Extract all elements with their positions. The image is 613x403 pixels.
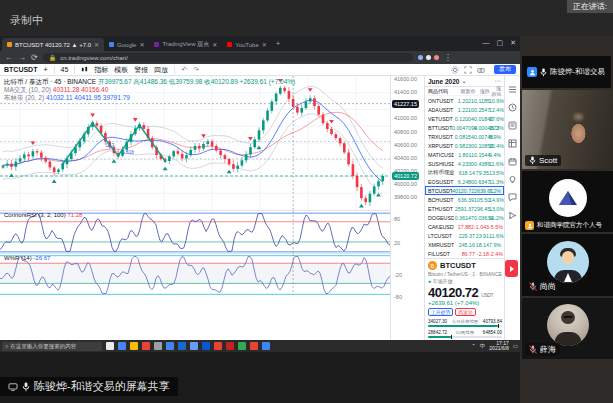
watchlist-row[interactable]: ONTUSDT1.20210.118510.9% — [425, 96, 504, 105]
tab-close-icon[interactable]: ✕ — [94, 41, 99, 48]
detail-pill: 高波动 — [455, 308, 475, 316]
price-axis[interactable]: 41600.0041400.0041200.0041000.0040800.00… — [390, 76, 424, 359]
reload-icon[interactable]: ⟳ — [31, 54, 38, 62]
browser-menu-icon[interactable]: ⋮ — [444, 54, 452, 62]
taskbar-search-input[interactable]: ○ 在这里输入你要搜索的内容 — [2, 342, 102, 351]
watchlist-row[interactable]: LTCUSDT229.3723.9111.6% — [425, 231, 504, 240]
interval-button[interactable]: 45 — [61, 66, 69, 73]
legend-ma-name[interactable]: MA交叉 (10, 20) — [4, 86, 51, 93]
watchlist-row[interactable]: XMRUSDT245.1618.147.9% — [425, 240, 504, 249]
redo-button[interactable]: ↷ — [193, 66, 199, 74]
taskbar-app-icon[interactable] — [214, 342, 222, 350]
osc1-legend: ConnorsRSI (3, 2, 100) 71.28 — [4, 212, 82, 218]
taskbar-app-icon[interactable] — [130, 342, 138, 350]
details-symbol[interactable]: BTCUSDT — [440, 261, 476, 270]
watchlist-menu-icon[interactable]: ⋯ — [495, 77, 502, 85]
live-stream-badge[interactable] — [505, 260, 518, 277]
taskbar-app-icon[interactable] — [154, 342, 162, 350]
watchlist-row[interactable]: 比特币现金618.1479.3513.5% — [425, 168, 504, 177]
windows-taskbar: ○ 在这里输入你要搜索的内容 ⌃ 中 17:17 2021/6/8 ▭ — [0, 340, 520, 352]
taskbar-app-icon[interactable] — [118, 342, 126, 350]
participant-tile-shangshang[interactable]: 尚尚 — [522, 234, 613, 296]
browser-tab[interactable]: BTCUSDT 40120.72 ▲ +7.0✕ — [2, 38, 104, 51]
participant-tile-xuehai[interactable]: 薛海 — [522, 298, 613, 359]
oscillator-pane-1[interactable]: ConnorsRSI (3, 2, 100) 71.28 — [0, 210, 390, 253]
watchlist-row[interactable]: BCHUSDT636.39105.5014.9% — [425, 195, 504, 204]
legend-symbol[interactable]: 比特币 / 泰达币 · 45 · BINANCE — [4, 78, 96, 85]
speaking-indicator: 正在讲话: — [567, 0, 613, 13]
watchlist-row[interactable]: BTTUSDT0.00470940.000487211.3% — [425, 123, 504, 132]
watchlist-row[interactable]: CAKEUSDT17.882-1.043-5.5% — [425, 222, 504, 231]
indicators-button[interactable]: 指标 — [94, 65, 108, 75]
browser-tab[interactable]: YouTube✕ — [222, 38, 272, 51]
tab-close-icon[interactable]: ✕ — [212, 41, 217, 48]
taskbar-tray: ⌃ 中 17:17 2021/6/8 ▭ — [471, 341, 518, 352]
news-icon[interactable] — [508, 116, 517, 125]
watchlist-row[interactable]: XRPUSDT0.982300.1085812.4% — [425, 141, 504, 150]
watchlist-icon[interactable] — [508, 80, 517, 89]
window-controls[interactable]: —▢✕ — [483, 39, 517, 47]
taskbar-app-icon[interactable] — [190, 342, 198, 350]
taskbar-app-icon[interactable] — [238, 342, 246, 350]
taskbar-app-icon[interactable] — [106, 342, 114, 350]
data-window-icon[interactable] — [508, 134, 517, 143]
symbol-button[interactable]: BTCUSDT — [4, 66, 37, 73]
settings-gear-icon[interactable] — [451, 66, 459, 74]
taskbar-app-icon[interactable] — [178, 342, 186, 350]
new-tab-button[interactable]: + — [276, 39, 281, 48]
tab-close-icon[interactable]: ✕ — [262, 41, 267, 48]
alert-button[interactable]: 警报 — [134, 65, 148, 75]
market-status: ● 市场开放 — [428, 278, 502, 284]
tab-close-icon[interactable]: ✕ — [139, 41, 144, 48]
legend-bb-name[interactable]: 布林带 (20, 2) — [4, 94, 44, 101]
compare-button[interactable]: + — [43, 66, 47, 73]
taskbar-app-icon[interactable] — [142, 342, 150, 350]
taskbar-app-icon[interactable] — [226, 342, 234, 350]
watchlist-row[interactable]: SUSHIUSDT4.23300.438611.6% — [425, 159, 504, 168]
camera-snapshot-icon[interactable] — [477, 66, 485, 74]
language-indicator[interactable]: 中 — [480, 343, 486, 350]
chat-icon[interactable] — [508, 188, 517, 197]
watchlist-row[interactable]: EOSUSDT6.24800.634711.3% — [425, 177, 504, 186]
taskbar-app-icon[interactable] — [202, 342, 210, 350]
alerts-clock-icon[interactable] — [508, 98, 517, 107]
watchlist-row[interactable]: DOGEUSDT0.361470.0363411.2% — [425, 213, 504, 222]
replay-button[interactable]: 回放 — [154, 65, 168, 75]
notification-icon[interactable]: ▭ — [513, 343, 518, 349]
taskbar-app-icon[interactable] — [262, 342, 270, 350]
forward-icon[interactable]: → — [18, 54, 26, 62]
watchlist-row[interactable]: TRXUSDT0.081540.007468.9% — [425, 132, 504, 141]
watchlist-row[interactable]: MATICUSDT1.80110.15449.4% — [425, 150, 504, 159]
divider — [74, 66, 75, 74]
calendar-icon[interactable] — [508, 152, 517, 161]
last-price-tag: 40120.72 — [392, 172, 419, 180]
mic-muted-icon — [529, 282, 537, 291]
browser-tab[interactable]: Google✕ — [104, 38, 149, 51]
tray-chevron-icon[interactable]: ⌃ — [471, 343, 476, 349]
taskbar-clock[interactable]: 17:17 2021/6/8 — [489, 341, 508, 352]
main-chart-pane[interactable]: 比特币 / 泰达币 · 45 · BINANCE 开39975.67 高4148… — [0, 76, 390, 210]
chart-type-icon[interactable] — [81, 66, 88, 73]
undo-button[interactable]: ↶ — [181, 66, 187, 74]
back-icon[interactable]: ← — [5, 54, 13, 62]
ideas-icon[interactable] — [508, 170, 517, 179]
participant-tile-chen[interactable]: 陈骏烨-和谐交易 — [522, 56, 611, 88]
url-field[interactable]: 🔒 cn.tradingview.com/chart/ — [43, 53, 413, 62]
watchlist-row[interactable]: BTCUSDT40120.722639.617.2% — [425, 186, 504, 195]
watchlist-row[interactable]: FILUSDT86.77-2.18-2.4% — [425, 249, 504, 258]
participant-tile-scott[interactable]: Scott — [522, 90, 613, 169]
watchlist-row[interactable]: ADAUSDT1.22100.254712.4% — [425, 105, 504, 114]
publish-button[interactable]: 发布 — [494, 65, 516, 74]
watchlist-row[interactable]: VETUSDT0.120040.0184617.6% — [425, 114, 504, 123]
taskbar-app-icon[interactable] — [250, 342, 258, 350]
extension-icons[interactable] — [418, 55, 439, 60]
templates-button[interactable]: 模板 — [114, 65, 128, 75]
browser-tab[interactable]: TradingView 观点✕ — [149, 38, 222, 51]
details-ranges: 34027.30今日价格范围40793.8428842.7252周范围64854… — [428, 319, 502, 338]
object-tree-icon[interactable] — [508, 206, 517, 215]
fullscreen-icon[interactable] — [464, 66, 472, 74]
watchlist-row[interactable]: ETHUSDT2591.37296.4513.0% — [425, 204, 504, 213]
taskbar-app-icon[interactable] — [166, 342, 174, 350]
participant-tile-academy[interactable]: 和谐商学院官方个人号 — [522, 171, 613, 232]
oscillator-pane-2[interactable]: W%R (14) -26.67 — [0, 253, 390, 295]
